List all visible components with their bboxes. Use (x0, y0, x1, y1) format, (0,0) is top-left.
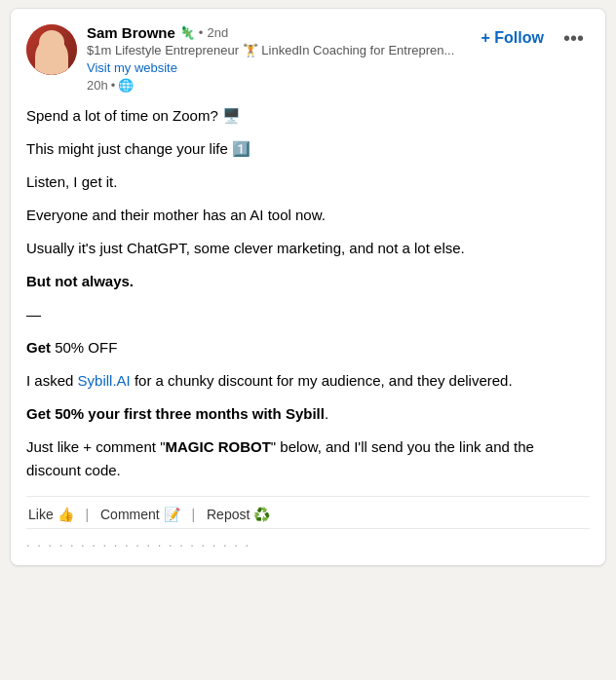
user-info-section: Sam Browne 🦎 • 2nd $1m Lifestyle Entrepr… (26, 24, 454, 93)
content-line-10: Just like + comment "MAGIC ROBOT" below,… (26, 435, 590, 482)
like-button[interactable]: Like 👍 (26, 507, 76, 522)
content-line-3: Listen, I get it. (26, 170, 590, 194)
separator-2: | (191, 507, 195, 522)
avatar[interactable] (26, 24, 77, 75)
sybill-link[interactable]: Sybill.AI (78, 372, 131, 389)
content-line-4: Everyone and their mother has an AI tool… (26, 204, 590, 227)
post-card: Sam Browne 🦎 • 2nd $1m Lifestyle Entrepr… (10, 8, 606, 566)
user-bio: $1m Lifestyle Entrepreneur 🏋️ LinkedIn C… (87, 43, 454, 57)
timestamp-row: 20h • 🌐 (87, 78, 454, 93)
dot-separator: • (111, 78, 116, 93)
content-line-6: But not always. (26, 270, 590, 293)
comment-button[interactable]: Comment 📝 (98, 507, 182, 522)
repost-button[interactable]: Repost ♻️ (205, 507, 272, 522)
post-header: Sam Browne 🦎 • 2nd $1m Lifestyle Entrepr… (26, 24, 590, 93)
dots-decoration: . . . . . . . . . . . . . . . . . . . . … (26, 528, 590, 549)
separator-1: | (85, 507, 89, 522)
visit-website-link[interactable]: Visit my website (87, 60, 177, 75)
globe-icon: 🌐 (118, 78, 134, 93)
reaction-bar: Like 👍 | Comment 📝 | Repost ♻️ (26, 496, 590, 522)
follow-button[interactable]: + Follow (476, 25, 550, 51)
content-line-5: Usually it's just ChatGPT, some clever m… (26, 237, 590, 260)
content-line-1: Spend a lot of time on Zoom? 🖥️ (26, 104, 590, 128)
content-line-7: Get 50% OFF (26, 336, 590, 359)
content-line-8: I asked Sybill.AI for a chunky discount … (26, 369, 590, 393)
connection-degree: 2nd (207, 25, 228, 40)
name-row: Sam Browne 🦎 • 2nd (87, 24, 454, 41)
content-line-2: This might just change your life 1️⃣ (26, 137, 590, 161)
header-actions: + Follow ••• (476, 24, 590, 52)
post-content: Spend a lot of time on Zoom? 🖥️ This mig… (26, 104, 590, 482)
post-time: 20h (87, 78, 108, 93)
visit-link-row: Visit my website (87, 58, 454, 76)
more-options-button[interactable]: ••• (558, 24, 590, 52)
user-details: Sam Browne 🦎 • 2nd $1m Lifestyle Entrepr… (87, 24, 454, 93)
user-name[interactable]: Sam Browne (87, 24, 175, 41)
badge-emoji: 🦎 (179, 25, 195, 40)
divider: — (26, 303, 590, 326)
content-line-9: Get 50% your first three months with Syb… (26, 402, 590, 426)
